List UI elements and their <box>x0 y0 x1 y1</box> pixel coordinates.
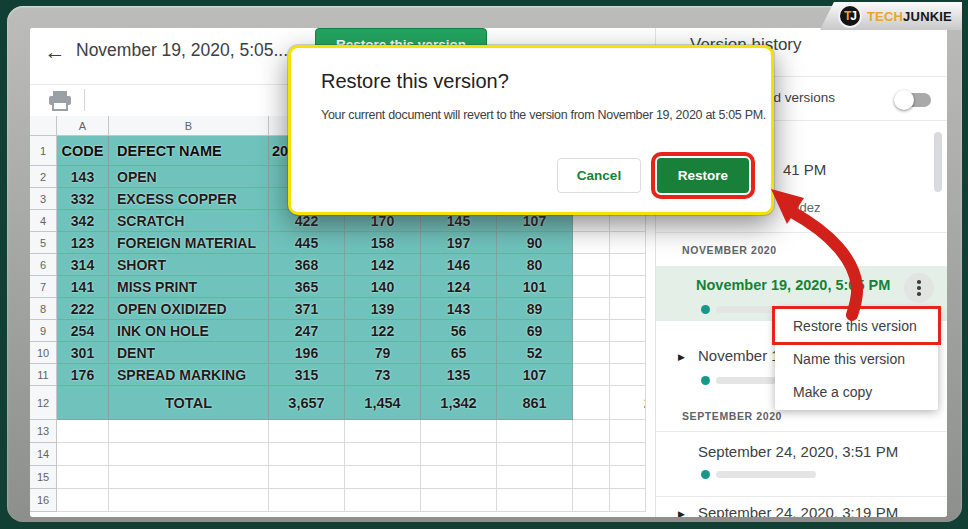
cell[interactable]: 254 <box>57 320 109 342</box>
cell[interactable] <box>573 466 610 489</box>
cell[interactable] <box>269 443 345 466</box>
cell[interactable]: 143 <box>57 166 109 188</box>
cell[interactable]: OPEN OXIDIZED <box>109 298 269 320</box>
row-header[interactable]: 7 <box>30 276 57 298</box>
back-arrow-icon[interactable]: ← <box>40 37 70 67</box>
cell[interactable]: 222 <box>57 298 109 320</box>
print-icon[interactable] <box>48 90 72 112</box>
cell[interactable] <box>610 443 646 466</box>
selected-version-date[interactable]: November 19, 2020, 5:05 PM <box>696 277 890 293</box>
menu-item-make-a-copy[interactable]: Make a copy <box>775 375 938 408</box>
row-header[interactable]: 10 <box>30 342 57 364</box>
cell[interactable]: SPREAD MARKING <box>109 364 269 386</box>
cell[interactable]: 861 <box>497 386 573 420</box>
cell[interactable]: 89 <box>497 298 573 320</box>
row-header[interactable]: 16 <box>30 489 57 512</box>
cell[interactable]: 197 <box>421 232 497 254</box>
cell[interactable]: 142 <box>345 254 421 276</box>
row-header[interactable]: 13 <box>30 420 57 443</box>
cell[interactable] <box>109 420 269 443</box>
cell[interactable] <box>610 276 646 298</box>
cell[interactable]: 65 <box>421 342 497 364</box>
cell[interactable]: 79 <box>345 342 421 364</box>
cell[interactable]: 140 <box>345 276 421 298</box>
cell[interactable] <box>57 466 109 489</box>
named-versions-toggle[interactable] <box>897 93 931 107</box>
column-header[interactable]: A <box>57 116 109 136</box>
cell[interactable] <box>610 232 646 254</box>
cell[interactable] <box>610 320 646 342</box>
cell[interactable] <box>421 466 497 489</box>
cell[interactable]: 314 <box>57 254 109 276</box>
cell[interactable]: 123 <box>57 232 109 254</box>
cell[interactable] <box>497 443 573 466</box>
cell[interactable]: 371 <box>269 298 345 320</box>
cell[interactable]: INK ON HOLE <box>109 320 269 342</box>
row-header[interactable]: 5 <box>30 232 57 254</box>
cell[interactable] <box>497 420 573 443</box>
cell[interactable]: FOREIGN MATERIAL <box>109 232 269 254</box>
cell[interactable]: 135 <box>421 364 497 386</box>
cell[interactable]: 247 <box>269 320 345 342</box>
cell[interactable]: EXCESS COPPER <box>109 188 269 210</box>
cell[interactable]: SHORT <box>109 254 269 276</box>
cell[interactable]: 73 <box>345 364 421 386</box>
kebab-menu-icon[interactable] <box>904 273 934 303</box>
cell[interactable] <box>610 364 646 386</box>
cell[interactable]: 143 <box>421 298 497 320</box>
cell[interactable] <box>610 420 646 443</box>
cell[interactable]: 69 <box>497 320 573 342</box>
cell[interactable] <box>345 466 421 489</box>
cell[interactable] <box>57 420 109 443</box>
cell[interactable]: 365 <box>269 276 345 298</box>
version-item-sept-351[interactable]: September 24, 2020, 3:51 PM <box>698 443 898 460</box>
cell[interactable] <box>573 386 610 420</box>
cell[interactable] <box>573 232 610 254</box>
cell[interactable] <box>345 443 421 466</box>
row-header[interactable]: 2 <box>30 166 57 188</box>
select-all-corner[interactable] <box>30 116 57 136</box>
cell[interactable] <box>421 420 497 443</box>
cell[interactable]: 107 <box>497 364 573 386</box>
cell[interactable] <box>573 298 610 320</box>
row-header[interactable]: 12 <box>30 386 57 420</box>
cell[interactable]: 146 <box>421 254 497 276</box>
cell[interactable] <box>57 443 109 466</box>
cell[interactable] <box>573 364 610 386</box>
cell[interactable]: 90 <box>497 232 573 254</box>
cell[interactable]: 139 <box>345 298 421 320</box>
cell[interactable]: 196 <box>269 342 345 364</box>
cell[interactable]: 1,342 <box>421 386 497 420</box>
cell[interactable] <box>573 254 610 276</box>
cell[interactable]: 2 <box>610 386 646 420</box>
cell[interactable] <box>610 342 646 364</box>
row-header[interactable]: 9 <box>30 320 57 342</box>
cell[interactable] <box>610 466 646 489</box>
cell[interactable]: OPEN <box>109 166 269 188</box>
cell[interactable] <box>109 466 269 489</box>
cell[interactable]: 1,454 <box>345 386 421 420</box>
cell[interactable]: MISS PRINT <box>109 276 269 298</box>
cell[interactable]: 368 <box>269 254 345 276</box>
row-header[interactable]: 6 <box>30 254 57 276</box>
cell[interactable] <box>573 489 610 512</box>
cell[interactable]: CODE <box>57 136 109 166</box>
cell[interactable] <box>269 420 345 443</box>
cell[interactable]: 52 <box>497 342 573 364</box>
cancel-button[interactable]: Cancel <box>557 158 641 193</box>
column-header[interactable]: B <box>109 116 269 136</box>
cell[interactable] <box>610 254 646 276</box>
cell[interactable] <box>421 489 497 512</box>
cell[interactable]: 445 <box>269 232 345 254</box>
row-header[interactable]: 1 <box>30 136 57 166</box>
cell[interactable] <box>573 320 610 342</box>
cell[interactable]: 332 <box>57 188 109 210</box>
cell[interactable] <box>573 420 610 443</box>
cell[interactable] <box>610 489 646 512</box>
cell[interactable]: TOTAL <box>109 386 269 420</box>
cell[interactable] <box>497 466 573 489</box>
row-header[interactable]: 15 <box>30 466 57 489</box>
cell[interactable]: DENT <box>109 342 269 364</box>
expand-arrow-icon[interactable]: ▶ <box>678 509 685 517</box>
cell[interactable] <box>421 443 497 466</box>
